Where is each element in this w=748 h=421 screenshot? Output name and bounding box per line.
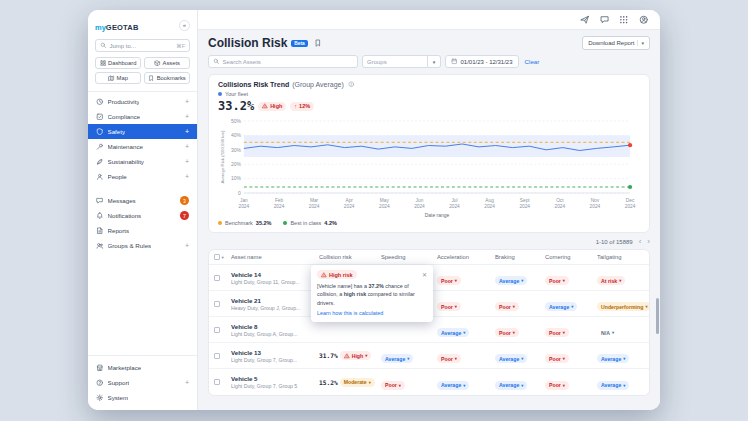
rating-pill[interactable]: Poor▾ (545, 276, 569, 285)
row-checkbox[interactable] (214, 301, 220, 307)
rating-pill[interactable]: Poor▾ (437, 354, 461, 363)
expand-plus-icon[interactable]: + (185, 143, 189, 150)
rating-pill[interactable]: Poor▾ (495, 302, 519, 311)
scrollbar-thumb[interactable] (656, 298, 659, 334)
sidebar-item-notifications[interactable]: Notifications7 (88, 208, 197, 223)
table-row[interactable]: Vehicle 5Light Duty, Group 7, Group 515.… (209, 369, 649, 395)
quick-button-label: Map (117, 75, 128, 81)
groups-dropdown-button[interactable]: ▾ (428, 55, 441, 68)
rating-pill[interactable]: Poor▾ (437, 302, 461, 311)
column-header-braking[interactable]: Braking (495, 254, 545, 260)
sidebar-item-productivity[interactable]: Productivity+ (88, 94, 197, 109)
asset-search-input[interactable]: Search Assets (208, 55, 358, 68)
rating-pill[interactable]: Average▾ (381, 354, 413, 363)
row-checkbox[interactable] (214, 275, 220, 281)
tooltip-close-icon[interactable]: ✕ (422, 271, 427, 278)
column-header-collision-risk[interactable]: Collision risk (319, 254, 381, 260)
expand-plus-icon[interactable]: + (185, 242, 189, 249)
sidebar-collapse-button[interactable]: « (179, 20, 190, 31)
asset-name[interactable]: Vehicle 8 (231, 323, 317, 330)
expand-plus-icon[interactable]: + (185, 113, 189, 120)
column-header-speeding[interactable]: Speeding (381, 254, 437, 260)
maintenance-icon (96, 143, 104, 151)
rating-pill[interactable]: Moderate▾ (340, 378, 375, 387)
asset-name[interactable]: Vehicle 5 (231, 375, 317, 382)
expand-plus-icon[interactable]: + (185, 173, 189, 180)
prev-page-button[interactable]: ‹ (639, 238, 642, 246)
rating-pill[interactable]: Average▾ (495, 381, 527, 390)
rating-pill[interactable]: Poor▾ (381, 381, 405, 390)
rating-pill[interactable]: At risk▾ (597, 276, 625, 285)
rating-pill[interactable]: Average▾ (437, 328, 469, 337)
rating-pill[interactable]: Average▾ (437, 381, 469, 390)
column-header-cornering[interactable]: Cornering (545, 254, 597, 260)
sidebar-item-label: Sustainability (108, 158, 144, 165)
row-checkbox[interactable] (214, 379, 220, 385)
sidebar-item-reports[interactable]: Reports (88, 223, 197, 238)
sidebar-item-system[interactable]: System (88, 390, 197, 405)
groups-filter-input[interactable]: Groups (362, 55, 428, 68)
date-range-picker[interactable]: 01/01/23 - 12/31/23 (445, 55, 519, 68)
rating-pill[interactable]: Poor▾ (545, 328, 569, 337)
info-icon[interactable] (348, 81, 355, 88)
rating-pill[interactable]: Poor▾ (437, 276, 461, 285)
chat-icon[interactable] (600, 15, 610, 25)
select-menu-caret[interactable]: ▾ (222, 255, 224, 260)
expand-plus-icon[interactable]: + (185, 98, 189, 105)
asset-name[interactable]: Vehicle 14 (231, 271, 317, 278)
chevron-down-icon: ▾ (463, 383, 465, 388)
main-area: Collision Risk Beta Download Report ▾ Se… (198, 10, 660, 410)
sidebar-item-marketplace[interactable]: Marketplace (88, 360, 197, 375)
rating-pill[interactable]: Average▾ (495, 354, 527, 363)
row-checkbox[interactable] (214, 353, 220, 359)
asset-name[interactable]: Vehicle 13 (231, 349, 317, 356)
select-all-checkbox[interactable] (214, 254, 220, 260)
apps-icon[interactable] (619, 15, 629, 25)
column-header-tailgating[interactable]: Tailgating (597, 254, 649, 260)
expand-plus-icon[interactable]: + (185, 379, 189, 386)
row-checkbox[interactable] (214, 327, 220, 333)
rating-pill[interactable]: Average▾ (545, 302, 577, 311)
rating-pill[interactable]: Average▾ (597, 354, 629, 363)
rating-pill[interactable]: High▾ (340, 351, 372, 360)
logo-my: my (95, 23, 106, 32)
sidebar-item-groups-rules[interactable]: Groups & Rules+ (88, 238, 197, 253)
rating-pill[interactable]: Poor▾ (495, 328, 519, 337)
dashboard-button[interactable]: Dashboard (95, 57, 141, 69)
asset-name[interactable]: Vehicle 21 (231, 297, 317, 304)
rating-pill[interactable]: Poor▾ (545, 354, 569, 363)
clear-filters-link[interactable]: Clear (525, 58, 540, 65)
sidebar-item-support[interactable]: Support+ (88, 375, 197, 390)
rating-pill[interactable]: Poor▾ (545, 381, 569, 390)
bookmarks-button[interactable]: Bookmarks (144, 72, 190, 84)
send-icon[interactable] (580, 15, 590, 25)
tooltip-learn-link[interactable]: Learn how this is calculated (317, 310, 427, 316)
svg-text:2024: 2024 (379, 204, 390, 209)
sidebar-item-messages[interactable]: Messages3 (88, 193, 197, 208)
date-range-value: 01/01/23 - 12/31/23 (461, 59, 513, 65)
rating-pill[interactable]: Underperforming▾ (597, 302, 649, 311)
table-row[interactable]: Vehicle 13Light Duty, Group 7, Group...3… (209, 343, 649, 369)
sidebar-item-people[interactable]: People+ (88, 169, 197, 184)
delta-chip: ↑ 12% (290, 102, 314, 111)
next-page-button[interactable]: › (647, 238, 650, 246)
sidebar-item-safety[interactable]: Safety+ (88, 124, 197, 139)
download-report-button[interactable]: Download Report ▾ (582, 36, 650, 50)
sidebar-item-maintenance[interactable]: Maintenance+ (88, 139, 197, 154)
high-risk-chip[interactable]: High risk (317, 270, 357, 279)
account-icon[interactable] (639, 15, 649, 25)
sidebar-item-sustainability[interactable]: Sustainability+ (88, 154, 197, 169)
bookmark-icon[interactable] (314, 39, 322, 47)
jump-to-search[interactable]: Jump to... ⌘F (95, 39, 190, 52)
rating-pill[interactable]: Average▾ (597, 381, 629, 390)
column-header-asset-name[interactable]: Asset name (231, 254, 319, 260)
rating-pill[interactable]: N/A▾ (597, 328, 618, 337)
assets-button[interactable]: Assets (144, 57, 190, 69)
map-button[interactable]: Map (95, 72, 141, 84)
column-header-acceleration[interactable]: Acceleration (437, 254, 495, 260)
rating-pill[interactable]: Average▾ (495, 276, 527, 285)
expand-plus-icon[interactable]: + (185, 158, 189, 165)
sidebar-item-label: Productivity (108, 98, 140, 105)
sidebar-item-compliance[interactable]: Compliance+ (88, 109, 197, 124)
expand-plus-icon[interactable]: + (185, 128, 189, 135)
